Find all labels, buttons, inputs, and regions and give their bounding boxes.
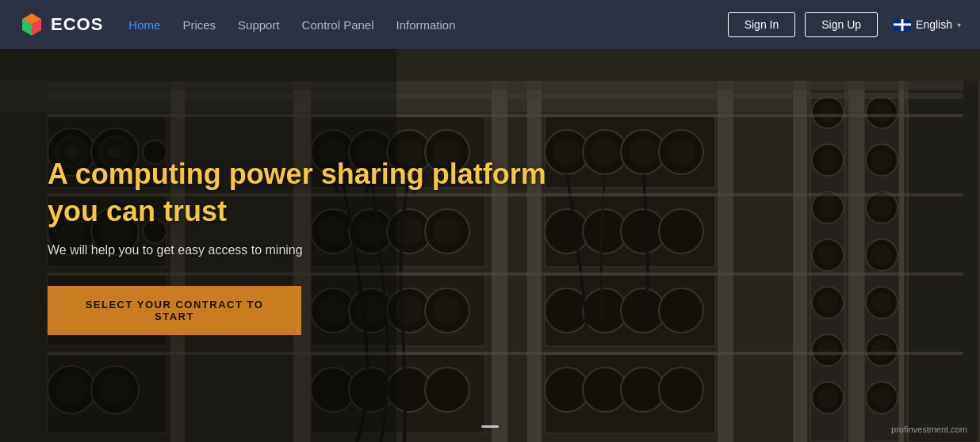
language-selector[interactable]: English ▾ xyxy=(894,18,961,31)
hero-subtitle: We will help you to get easy access to m… xyxy=(48,243,381,257)
nav-information[interactable]: Information xyxy=(396,18,456,32)
logo-text: ECOS xyxy=(51,14,103,35)
flag-icon xyxy=(894,19,911,31)
carousel-dots xyxy=(481,425,499,428)
hero-content: A computing power sharing platform you c… xyxy=(0,49,980,442)
cta-button[interactable]: SELECT YOUR CONTRACT TO START xyxy=(48,286,301,335)
hero-title: A computing power sharing platform you c… xyxy=(48,156,603,231)
logo-icon xyxy=(19,12,44,37)
nav-home[interactable]: Home xyxy=(128,18,160,32)
nav-links: Home Prices Support Control Panel Inform… xyxy=(128,18,727,32)
language-label: English xyxy=(916,18,952,31)
nav-control-panel[interactable]: Control Panel xyxy=(302,18,374,32)
navbar: ECOS Home Prices Support Control Panel I… xyxy=(0,0,980,49)
signin-button[interactable]: Sign In xyxy=(728,12,796,37)
nav-prices[interactable]: Prices xyxy=(182,18,216,32)
watermark: profinvestment.com xyxy=(891,425,967,434)
nav-right: Sign In Sign Up English ▾ xyxy=(728,12,961,37)
hero-section: A computing power sharing platform you c… xyxy=(0,49,980,442)
carousel-dot[interactable] xyxy=(481,425,499,428)
logo[interactable]: ECOS xyxy=(19,12,103,37)
signup-button[interactable]: Sign Up xyxy=(805,12,878,37)
chevron-down-icon: ▾ xyxy=(957,21,961,29)
nav-support[interactable]: Support xyxy=(238,18,280,32)
